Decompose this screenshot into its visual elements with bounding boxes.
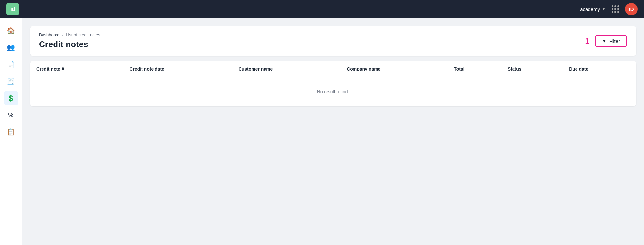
main-content: Dashboard / List of credit notes Credit … <box>22 18 644 245</box>
breadcrumb-home[interactable]: Dashboard <box>39 32 60 37</box>
col-credit-note-number: Credit note # <box>30 61 123 77</box>
credit-notes-table: Credit note # Credit note date Customer … <box>30 61 636 106</box>
page-header-left: Dashboard / List of credit notes Credit … <box>39 32 100 49</box>
table-body: No result found. <box>30 77 636 106</box>
table-header-row: Credit note # Credit note date Customer … <box>30 61 636 77</box>
filter-button[interactable]: ▼ Filter <box>595 35 627 47</box>
table-header: Credit note # Credit note date Customer … <box>30 61 636 77</box>
table-wrapper: Credit note # Credit note date Customer … <box>30 61 636 106</box>
sidebar-item-home[interactable]: 🏠 <box>4 23 18 38</box>
table-card: Credit note # Credit note date Customer … <box>30 61 636 106</box>
user-avatar[interactable]: ID <box>625 3 638 15</box>
col-customer-name: Customer name <box>232 61 341 77</box>
account-name: academy <box>580 6 600 12</box>
chevron-down-icon: ▼ <box>602 7 606 11</box>
sidebar-item-credit-notes[interactable]: 💲 <box>4 91 18 105</box>
sidebar-item-reports[interactable]: 📋 <box>4 125 18 139</box>
col-status: Status <box>501 61 563 77</box>
filter-icon: ▼ <box>602 38 607 44</box>
sidebar-item-invoices[interactable]: 🧾 <box>4 74 18 88</box>
col-total: Total <box>447 61 501 77</box>
sidebar-item-discounts[interactable]: % <box>4 108 18 122</box>
breadcrumb-current: List of credit notes <box>66 32 100 37</box>
col-credit-note-date: Credit note date <box>123 61 232 77</box>
account-switcher[interactable]: academy ▼ <box>580 6 606 12</box>
filter-area: 1 ▼ Filter <box>585 35 627 47</box>
sidebar: 🏠 👥 📄 🧾 💲 % 📋 <box>0 18 22 245</box>
navbar-left: id <box>6 3 19 15</box>
apps-grid-icon[interactable] <box>612 5 619 13</box>
navbar-right: academy ▼ ID <box>580 3 638 15</box>
sidebar-item-contacts[interactable]: 👥 <box>4 40 18 55</box>
col-company-name: Company name <box>340 61 447 77</box>
page-header-card: Dashboard / List of credit notes Credit … <box>30 26 636 56</box>
empty-state-row: No result found. <box>30 77 636 106</box>
breadcrumb: Dashboard / List of credit notes <box>39 32 100 37</box>
filter-count-badge: 1 <box>585 36 589 46</box>
filter-button-label: Filter <box>609 38 620 44</box>
sidebar-item-documents[interactable]: 📄 <box>4 57 18 71</box>
app-body: 🏠 👥 📄 🧾 💲 % 📋 Dashboard / List of credit… <box>0 18 644 245</box>
col-due-date: Due date <box>563 61 636 77</box>
page-title: Credit notes <box>39 39 100 49</box>
app-logo[interactable]: id <box>6 3 19 15</box>
breadcrumb-separator: / <box>62 32 64 37</box>
navbar: id academy ▼ ID <box>0 0 644 18</box>
empty-state-message: No result found. <box>30 77 636 106</box>
